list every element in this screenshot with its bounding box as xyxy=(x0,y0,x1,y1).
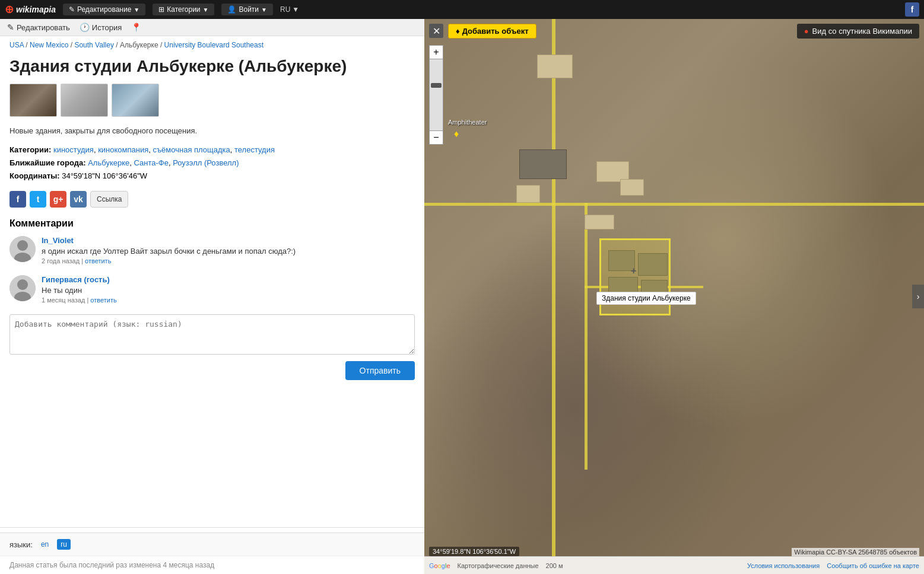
avatar xyxy=(9,275,36,301)
map-building xyxy=(620,179,644,196)
map-road-vertical-2 xyxy=(585,203,588,470)
link-button[interactable]: Ссылка xyxy=(90,191,128,208)
avatar-silhouette xyxy=(9,275,36,301)
edit-button[interactable]: ✎ Редактировать xyxy=(7,23,70,32)
zoom-in-button[interactable]: + xyxy=(429,45,443,59)
zoom-indicator xyxy=(431,83,442,88)
edit-dropdown-arrow: ▼ xyxy=(134,7,139,13)
zoom-bar[interactable] xyxy=(429,59,443,130)
description: Новые здания, закрыты для свободного пос… xyxy=(9,126,415,135)
nearest-cities-row: Ближайшие города: Альбукерке, Санта-Фе, … xyxy=(9,157,415,170)
terms-link[interactable]: Условия использования xyxy=(747,562,820,569)
comment-reply-link[interactable]: ответить xyxy=(90,296,116,304)
comments-title: Комментарии xyxy=(9,218,415,229)
logo-text: wikimapia xyxy=(16,5,56,14)
amphitheater-marker: ♦ xyxy=(454,129,459,139)
coords-row: Координаты: 34°59'18"N 106°36'46"W xyxy=(9,170,415,183)
categories-nav-button[interactable]: ⊞ Категории ▼ xyxy=(153,4,214,15)
map-attribution: Wikimapia CC-BY-SA 25648785 объектов xyxy=(792,548,919,556)
page-title: Здания студии Альбукерке (Альбукерке) xyxy=(9,56,415,76)
location-button[interactable]: 📍 xyxy=(131,23,141,32)
logo[interactable]: ⊕ wikimapia xyxy=(5,3,56,16)
add-object-button[interactable]: ♦ Добавить объект xyxy=(448,24,536,39)
comment-text: я один искал где Уолтер Вайт зарыл бочки… xyxy=(42,247,415,256)
thumbnail-2[interactable] xyxy=(61,84,108,117)
languages-label: языки: xyxy=(9,540,33,549)
lang-arrow: ▼ xyxy=(292,5,299,14)
content-area: Здания студии Альбукерке (Альбукерке) Но… xyxy=(0,52,424,522)
googleplus-share-button[interactable]: g+ xyxy=(50,191,66,208)
breadcrumb-albuquerque: Альбукерке xyxy=(120,41,158,49)
login-icon: 👤 xyxy=(227,5,236,14)
comment-form: Отправить xyxy=(9,314,415,380)
language-section: языки: en ru xyxy=(0,532,424,556)
avatar-silhouette xyxy=(9,236,36,262)
breadcrumb-south-valley[interactable]: South Valley xyxy=(74,41,114,49)
edit-nav-button[interactable]: ✎ Редактирование ▼ xyxy=(63,4,145,15)
location-icon: 📍 xyxy=(131,23,141,32)
breadcrumb: USA / New Mexico / South Valley / Альбук… xyxy=(0,36,424,52)
map-bottom-bar: Google Картографические данные 200 м Усл… xyxy=(424,556,924,574)
map-close-button[interactable]: ✕ xyxy=(429,24,443,38)
edit-pencil-icon: ✎ xyxy=(69,5,75,14)
map-zoom-controls: + − xyxy=(429,45,443,145)
map-coordinates: 34°59'19.8"N 106°36'50.1"W xyxy=(429,547,519,556)
nearest-cities-label: Ближайшие города: xyxy=(9,158,86,167)
categories-label: Категории: xyxy=(9,145,51,154)
categories-dropdown-arrow: ▼ xyxy=(203,7,209,13)
breadcrumb-street[interactable]: University Boulevard Southeast xyxy=(164,41,263,49)
coords-value: 34°59'18"N 106°36'46"W xyxy=(62,171,147,180)
language-selector[interactable]: RU ▼ xyxy=(280,5,299,14)
facebook-nav-icon[interactable]: f xyxy=(905,2,919,17)
comment-author[interactable]: Гипервася (гость) xyxy=(42,275,415,284)
avatar xyxy=(9,236,36,262)
comment-item: Гипервася (гость) Не ты один 1 месяц наз… xyxy=(9,275,415,304)
map-building-dark xyxy=(519,149,567,179)
svg-point-4 xyxy=(17,279,28,290)
comment-body: Гипервася (гость) Не ты один 1 месяц наз… xyxy=(42,275,415,304)
logo-icon: ⊕ xyxy=(5,3,14,16)
satellite-view-button[interactable]: ● Вид со спутника Викимапии xyxy=(797,24,919,39)
comment-reply-link[interactable]: ответить xyxy=(85,257,111,264)
add-icon: ♦ xyxy=(456,27,460,36)
main-layout: ✎ Редактировать 🕐 История 📍 USA / New Me… xyxy=(0,19,924,574)
breadcrumb-usa[interactable]: USA xyxy=(9,41,24,49)
divider xyxy=(0,527,424,528)
comment-item: In_Violet я один искал где Уолтер Вайт з… xyxy=(9,236,415,264)
twitter-share-button[interactable]: t xyxy=(30,191,46,208)
comment-textarea[interactable] xyxy=(9,314,415,355)
facebook-share-button[interactable]: f xyxy=(9,191,26,208)
categories-value: киностудия, кинокомпания, съёмочная площ… xyxy=(53,145,275,154)
map-building xyxy=(516,185,540,203)
map-building xyxy=(585,215,614,229)
lang-ru-link[interactable]: ru xyxy=(57,539,71,550)
comment-author[interactable]: In_Violet xyxy=(42,236,415,245)
map-data-label: Картографические данные xyxy=(458,562,539,569)
pan-right-button[interactable]: › xyxy=(912,285,924,308)
last-edited: Данная статья была последний раз изменен… xyxy=(0,556,424,574)
thumbnail-1[interactable] xyxy=(9,84,57,117)
login-nav-button[interactable]: 👤 Войти ▼ xyxy=(221,4,273,15)
comment-text: Не ты один xyxy=(42,286,415,295)
thumbnail-3[interactable] xyxy=(112,84,159,117)
edit-icon: ✎ xyxy=(7,23,14,32)
breadcrumb-new-mexico[interactable]: New Mexico xyxy=(30,41,68,49)
comment-body: In_Violet я один искал где Уолтер Вайт з… xyxy=(42,236,415,264)
left-panel: ✎ Редактировать 🕐 История 📍 USA / New Me… xyxy=(0,19,424,574)
report-link[interactable]: Сообщить об ошибке на карте xyxy=(827,562,919,569)
secondary-navigation: ✎ Редактировать 🕐 История 📍 xyxy=(0,19,424,36)
vk-share-button[interactable]: vk xyxy=(70,191,87,208)
top-navigation: ⊕ wikimapia ✎ Редактирование ▼ ⊞ Категор… xyxy=(0,0,924,19)
login-dropdown-arrow: ▼ xyxy=(261,7,267,13)
metadata: Категории: киностудия, кинокомпания, съё… xyxy=(9,144,415,183)
map-panel[interactable]: Amphitheater ♦ + Здания студии Альбукерк… xyxy=(424,19,924,574)
categories-icon: ⊞ xyxy=(158,5,164,14)
submit-row: Отправить xyxy=(9,361,415,380)
zoom-out-button[interactable]: − xyxy=(429,130,443,145)
comments-section: Комментарии In_Violet я один искал где У… xyxy=(9,218,415,380)
history-button[interactable]: 🕐 История xyxy=(80,23,122,32)
comment-meta: 2 года назад | ответить xyxy=(42,257,415,264)
lang-en-link[interactable]: en xyxy=(37,539,52,550)
map-road-horizontal xyxy=(424,203,924,206)
submit-comment-button[interactable]: Отправить xyxy=(345,361,415,380)
